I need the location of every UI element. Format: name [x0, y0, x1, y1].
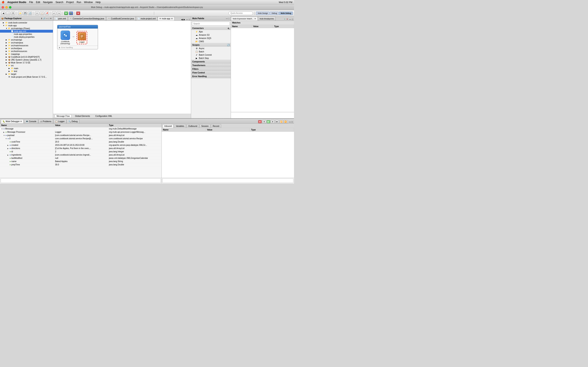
tree-item-mule-app[interactable]: ▼ 📁 mule-app: [0, 24, 53, 27]
tab-expression-watch[interactable]: Mule Expression Watch... ✕: [231, 17, 258, 21]
menu-run[interactable]: Run: [77, 1, 81, 4]
palette-components-header[interactable]: Components: [191, 60, 231, 63]
debug-row-name[interactable]: ● name Baked Apples java.lang.String: [0, 160, 162, 163]
menu-window[interactable]: Window: [84, 1, 93, 4]
tree-item-src-test-resources[interactable]: ▶ 📁 src/test/resources: [0, 50, 53, 53]
tree-item-jre[interactable]: ▶ 📦 JRE System Library [JavaSE-1.7]: [0, 58, 53, 61]
toolbar-btn-9[interactable]: 📌: [45, 11, 49, 15]
menu-file[interactable]: File: [29, 1, 33, 4]
tree-item-mule-deploy-properties[interactable]: 📄 mule-deploy.properties: [0, 35, 53, 38]
minimize-btn[interactable]: [5, 6, 8, 8]
tree-item-mule-server[interactable]: ▶ 📦 Mule Server 3.7.0 EE: [0, 61, 53, 64]
palette-item-amazon-sqs[interactable]: ☁ Amazon SQS: [191, 36, 231, 40]
debug-row-ingredients[interactable]: ▶ ● ingredients [com.cookbook.tutorial.s…: [0, 153, 162, 157]
connector-node[interactable]: CookBook(Streaming): [61, 31, 70, 45]
debug-btn-5[interactable]: 🔁: [279, 120, 283, 123]
tab-debug[interactable]: 🔍 Debug: [67, 119, 79, 123]
palette-transformers-header[interactable]: Transformers: [191, 64, 231, 67]
debug-filter-input[interactable]: [1, 178, 161, 183]
debug-btn-4[interactable]: ⏭: [275, 120, 279, 123]
menu-project[interactable]: Project: [66, 1, 74, 4]
tree-item-src-test-java[interactable]: ▶ 📁 src/test/java: [0, 47, 53, 50]
expand-arrow[interactable]: ▶: [59, 47, 61, 49]
debug-row-0[interactable]: ▼ ● 0 com.cookbook.tutorial.service.Reci…: [0, 137, 162, 140]
watches-input[interactable]: [231, 112, 294, 118]
menu-edit[interactable]: Edit: [36, 1, 40, 4]
debug-row-lastmodified[interactable]: ● lastModified null javax.xml.datatype.X…: [0, 157, 162, 160]
minimize-panel-btn[interactable]: —: [46, 17, 48, 20]
palette-item-ajax[interactable]: ⚡ Ajax: [191, 30, 231, 33]
minimize-expr[interactable]: —: [289, 18, 291, 20]
maximize-panel-btn[interactable]: □: [48, 17, 49, 20]
debugger-tab-close[interactable]: ✕: [20, 120, 22, 123]
tree-item-target[interactable]: ▶ 📁 target: [0, 73, 53, 75]
tab-variables[interactable]: Variables: [174, 124, 186, 128]
debug-btn-6[interactable]: ⏩: [284, 120, 287, 123]
perspective-mule-design[interactable]: Mule Design: [256, 12, 269, 15]
collapse-all-btn[interactable]: ⬇: [41, 17, 43, 20]
menu-help[interactable]: Help: [95, 1, 101, 4]
tab-console[interactable]: 💻 Console: [24, 119, 38, 123]
tab-nav-right[interactable]: ▶: [183, 18, 185, 21]
tab-cookbook-connector[interactable]: ☕ CookBookConnector.java: [106, 17, 136, 21]
palette-filters-header[interactable]: Filters: [191, 67, 231, 71]
toolbar-btn-stop[interactable]: ■: [76, 11, 80, 15]
palette-flow-control-header[interactable]: Flow Control: [191, 71, 231, 75]
inbound-filter-input[interactable]: [162, 178, 293, 183]
inbound-input-row[interactable]: [162, 178, 294, 184]
toolbar-btn-run[interactable]: ▶: [64, 11, 68, 15]
tab-global-elements[interactable]: Global Elements: [73, 114, 92, 118]
tab-outbound[interactable]: Outbound: [186, 124, 199, 128]
toolbar-btn-1[interactable]: ◀: [1, 11, 5, 15]
palette-search[interactable]: [191, 21, 231, 26]
flow-canvas[interactable]: pacmanFlow: [53, 21, 191, 114]
perspective-debug[interactable]: Debug: [270, 12, 279, 15]
debug-row-id[interactable]: ● id 2 java.lang.Integer: [0, 150, 162, 153]
toolbar-btn-11[interactable]: ↪: [57, 11, 61, 15]
toolbar-btn-3[interactable]: ☰: [11, 11, 15, 15]
toolbar-btn-6[interactable]: 🔄: [28, 11, 32, 15]
palette-error-handling-header[interactable]: Error Handling: [191, 75, 231, 78]
flow-error-section[interactable]: ▶ Error handling: [57, 46, 98, 49]
palette-item-cmis[interactable]: 📂 CMIS: [191, 40, 231, 43]
tab-session[interactable]: Session: [199, 124, 210, 128]
toolbar-btn-8[interactable]: 📋: [40, 11, 44, 15]
debug-minimize[interactable]: —: [289, 121, 291, 123]
tab-connector-connection[interactable]: ☕ ConnectorConnectionStrategy.java: [68, 17, 106, 21]
debug-row-preptime[interactable]: ● prepTime 30.0 java.lang.Double: [0, 163, 162, 166]
toolbar-btn-2[interactable]: ⬜: [6, 11, 10, 15]
tab-pom-xml[interactable]: 📄 pom.xml: [53, 17, 68, 21]
toolbar-btn-debug[interactable]: 🐛: [69, 11, 73, 15]
tab-breakpoints[interactable]: Mule Breakpoints: [258, 17, 276, 21]
palette-minimize[interactable]: —: [226, 17, 228, 20]
watches-input-row[interactable]: [231, 112, 294, 118]
tree-item-mule-app-properties[interactable]: 📄 mule-app.properties: [0, 33, 53, 35]
tab-problems[interactable]: ⚠ Problems: [38, 119, 53, 123]
tree-item-src-main-resources[interactable]: ▶ 📁 src/main/resources: [0, 44, 53, 47]
palette-scopes-header[interactable]: Scopes 🔄: [191, 43, 231, 47]
palette-item-batch[interactable]: 📋 Batch: [191, 50, 231, 53]
tree-item-cookbook-jar[interactable]: ▶ 📦 CookBook [v4.0.0-SNAPSHOT]: [0, 55, 53, 58]
debug-row-created[interactable]: ▶ ● created 2015-04-08T14:18:31.053-03:0…: [0, 143, 162, 147]
debug-resume-btn[interactable]: ▶: [267, 120, 270, 123]
debug-stop-btn[interactable]: ■: [258, 120, 262, 123]
palette-item-async[interactable]: ⚙ Async: [191, 47, 231, 50]
logger-node[interactable]: Logger: [77, 31, 87, 44]
tab-inbound[interactable]: Inbound: [163, 124, 173, 128]
toolbar-btn-10[interactable]: ↩: [52, 11, 56, 15]
tree-item-src[interactable]: ▼ 📁 src: [0, 64, 53, 67]
palette-maximize[interactable]: □: [228, 17, 229, 20]
tree-item-src-main-app[interactable]: ▼ 📂 src/main/app (Flows): [0, 27, 53, 30]
debug-row-directions[interactable]: ▶ ● directions [Cut the Apples, Put them…: [0, 147, 162, 150]
toolbar-btn-7[interactable]: ✂: [35, 11, 39, 15]
tree-item-mule-app-xml[interactable]: 📄 mule-app.xml: [0, 30, 53, 33]
palette-item-batch-step[interactable]: ▶ Batch Step: [191, 57, 231, 60]
debug-row-message-processor[interactable]: ▶ ● Message Processor Logger org.mule.ap…: [0, 131, 162, 134]
perspective-mule-debug[interactable]: Mule Debug: [279, 12, 293, 15]
link-editor-btn[interactable]: 🔗: [43, 17, 45, 20]
menu-search[interactable]: Search: [56, 1, 63, 4]
minimize-editor[interactable]: —: [186, 18, 188, 21]
close-btn[interactable]: [2, 6, 4, 8]
close-panel-btn[interactable]: ✕: [50, 17, 52, 20]
toolbar-btn-5[interactable]: 💾: [23, 11, 27, 15]
